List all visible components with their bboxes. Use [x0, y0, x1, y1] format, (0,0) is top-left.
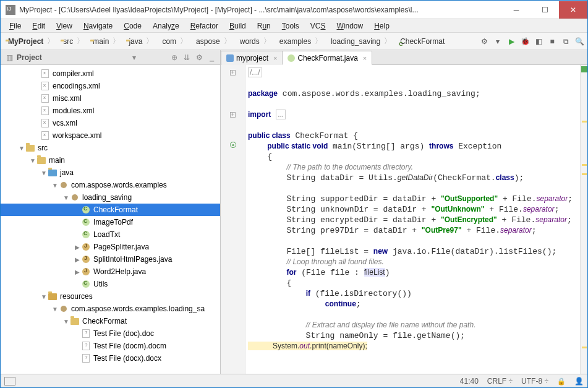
tab-checkformat[interactable]: CheckFormat.java×: [282, 51, 372, 65]
module-icon: [226, 54, 234, 62]
menu-code[interactable]: Code: [119, 20, 147, 32]
toolbar-right: ⚙ ▾ ▶ 🐞 ◧ ■ ⧉ 🔍: [479, 36, 585, 47]
tree-testfile-docm[interactable]: Test File (docm).docm: [1, 340, 220, 352]
hide-panel-icon[interactable]: ⎯: [207, 53, 216, 63]
tree-res-checkformat[interactable]: ▼CheckFormat: [1, 315, 220, 327]
window-controls: ─ ☐ ✕: [502, 1, 587, 19]
menu-file[interactable]: File: [4, 20, 26, 32]
menu-tools[interactable]: Tools: [277, 20, 304, 32]
tree-class-checkformat[interactable]: CheckFormat: [1, 204, 220, 216]
run-config-icon[interactable]: ⚙: [479, 36, 490, 47]
tree-main[interactable]: ▼main: [1, 154, 220, 166]
menu-vcs[interactable]: VCS: [305, 20, 331, 32]
window-title: MyProject - [C:\Users\Adeel Ilyas\IdeaPr…: [19, 6, 502, 14]
search-icon[interactable]: 🔍: [574, 36, 585, 47]
run-icon[interactable]: ▶: [506, 36, 517, 47]
menu-window[interactable]: Window: [331, 20, 368, 32]
crumb-main[interactable]: main〉: [88, 35, 124, 48]
workspace: ▥ Project ▾ ⊕ ⇊ ⚙ ⎯ compiler.xml encodin…: [1, 50, 587, 374]
debug-icon[interactable]: 🐞: [519, 36, 530, 47]
crumb-checkformat[interactable]: CheckFormat: [395, 35, 447, 48]
tab-myproject[interactable]: myproject×: [221, 51, 283, 65]
crumb-examples[interactable]: examples〉: [275, 35, 326, 48]
minimize-button[interactable]: ─: [502, 1, 530, 19]
readonly-lock-icon[interactable]: [557, 377, 566, 386]
coverage-icon[interactable]: ◧: [533, 36, 544, 47]
class-icon: [288, 54, 295, 62]
maximize-button[interactable]: ☐: [530, 1, 559, 19]
menu-build[interactable]: Build: [224, 20, 251, 32]
code-editor[interactable]: /.../ package com.aspose.words.examples.…: [245, 65, 580, 374]
tree-class-utils[interactable]: Utils: [1, 278, 220, 290]
crumb-project[interactable]: MyProject〉: [3, 35, 58, 48]
intellij-icon: [6, 5, 15, 15]
warning-mark[interactable]: [582, 164, 587, 166]
tree-class-loadtxt[interactable]: LoadTxt: [1, 228, 220, 241]
tree-src[interactable]: ▼src: [1, 142, 220, 154]
close-tab-icon[interactable]: ×: [360, 54, 367, 62]
tree-file-splitintohtml[interactable]: ▶SplitIntoHtmlPages.java: [1, 253, 220, 265]
warning-mark[interactable]: [582, 121, 587, 123]
navbar: MyProject〉 src〉 main〉 java〉 com〉 aspose〉…: [1, 33, 587, 50]
project-panel: ▥ Project ▾ ⊕ ⇊ ⚙ ⎯ compiler.xml encodin…: [1, 50, 221, 374]
folded-region[interactable]: /.../: [248, 67, 262, 77]
tree-file-pagesplitter[interactable]: ▶PageSplitter.java: [1, 241, 220, 253]
close-tab-icon[interactable]: ×: [271, 54, 277, 62]
tree-res-pkg[interactable]: ▼com.aspose.words.examples.loading_sa: [1, 303, 220, 315]
caret-position[interactable]: 41:40: [460, 377, 479, 386]
tree-file-vcs[interactable]: vcs.xml: [1, 117, 220, 129]
tree-testfile-docx[interactable]: Test File (docx).docx: [1, 352, 220, 364]
warning-mark[interactable]: [582, 347, 587, 348]
line-separator[interactable]: CRLF ÷: [487, 377, 513, 386]
titlebar: MyProject - [C:\Users\Adeel Ilyas\IdeaPr…: [1, 1, 587, 19]
tree-file-word2help[interactable]: ▶Word2Help.java: [1, 265, 220, 278]
menu-view[interactable]: View: [51, 20, 77, 32]
menu-navigate[interactable]: Navigate: [79, 20, 117, 32]
tree-file-modules[interactable]: modules.xml: [1, 105, 220, 117]
tree-java[interactable]: ▼java: [1, 166, 220, 179]
project-view-dropdown[interactable]: ▾: [132, 53, 167, 62]
tree-resources[interactable]: ▼resources: [1, 290, 220, 303]
stop-icon[interactable]: ■: [547, 36, 558, 47]
hector-icon[interactable]: 👤: [574, 377, 584, 386]
tree-file-misc[interactable]: misc.xml: [1, 92, 220, 105]
crumb-words[interactable]: words〉: [235, 35, 275, 48]
fold-toggle-icon[interactable]: +: [230, 112, 236, 118]
scroll-from-source-icon[interactable]: ⊕: [169, 53, 179, 63]
close-button[interactable]: ✕: [559, 1, 587, 19]
statusbar: 41:40 CRLF ÷ UTF-8 ÷ 👤: [1, 374, 587, 387]
project-panel-header: ▥ Project ▾ ⊕ ⇊ ⚙ ⎯: [1, 50, 220, 65]
crumb-com[interactable]: com〉: [157, 35, 191, 48]
crumb-java[interactable]: java〉: [124, 35, 157, 48]
menu-help[interactable]: Help: [369, 20, 394, 32]
error-stripe[interactable]: [580, 65, 587, 374]
collapse-all-icon[interactable]: ⇊: [182, 53, 192, 63]
tool-windows-icon[interactable]: [4, 377, 15, 386]
project-tree[interactable]: compiler.xml encodings.xml misc.xml modu…: [1, 65, 220, 374]
gutter[interactable]: + + ⦿: [221, 65, 245, 374]
crumb-aspose[interactable]: aspose〉: [191, 35, 235, 48]
warning-mark[interactable]: [582, 173, 587, 175]
project-panel-title: Project: [17, 53, 130, 62]
tree-file-workspace[interactable]: workspace.xml: [1, 129, 220, 142]
tree-testfile-doc[interactable]: Test File (doc).doc: [1, 327, 220, 340]
menu-refactor[interactable]: Refactor: [185, 20, 223, 32]
menu-analyze[interactable]: Analyze: [148, 20, 184, 32]
crumb-loading-saving[interactable]: loading_saving〉: [326, 35, 395, 48]
run-gutter-icon[interactable]: ⦿: [229, 141, 237, 150]
project-tool-icon[interactable]: ▥: [4, 53, 14, 63]
tree-pkg-examples[interactable]: ▼com.aspose.words.examples: [1, 179, 220, 191]
tree-file-encodings[interactable]: encodings.xml: [1, 80, 220, 92]
settings-icon[interactable]: ⚙: [194, 53, 204, 63]
menu-run[interactable]: Run: [252, 20, 276, 32]
menu-edit[interactable]: Edit: [27, 20, 50, 32]
tree-file-compiler[interactable]: compiler.xml: [1, 67, 220, 80]
tree-class-imagetopdf[interactable]: ImageToPdf: [1, 216, 220, 228]
menubar: File Edit View Navigate Code Analyze Ref…: [1, 19, 587, 33]
crumb-src[interactable]: src〉: [58, 35, 88, 48]
tree-pkg-loading-saving[interactable]: ▼loading_saving: [1, 191, 220, 204]
fold-toggle-icon[interactable]: +: [230, 70, 236, 75]
run-dropdown-icon[interactable]: ▾: [492, 36, 503, 47]
project-structure-icon[interactable]: ⧉: [560, 36, 571, 47]
file-encoding[interactable]: UTF-8 ÷: [521, 377, 548, 386]
